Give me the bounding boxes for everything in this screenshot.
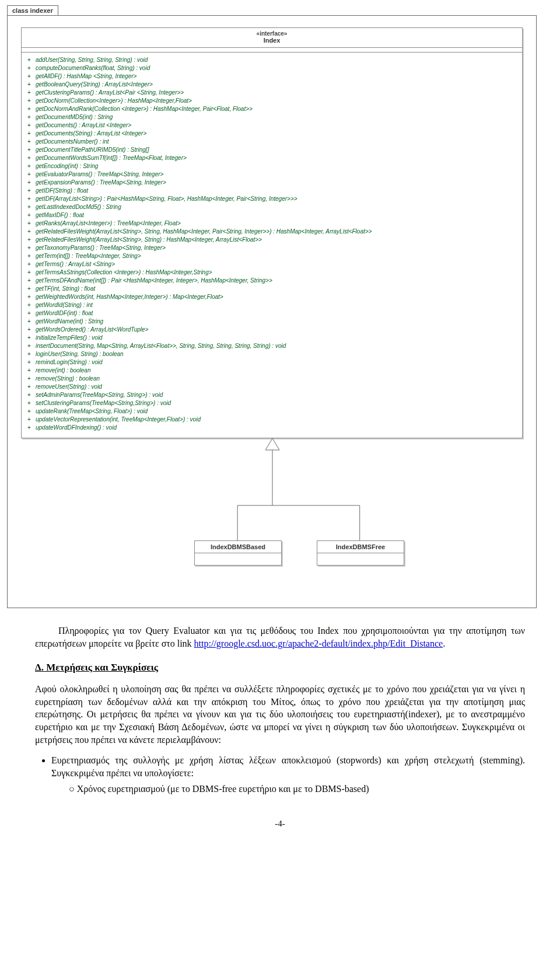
operation-row: +getDocumentWordsSumTf(int[]) : TreeMap<… <box>27 154 516 162</box>
operation-row: +getDocumentTitlePathURIMD5(int) : Strin… <box>27 146 516 154</box>
page-number: -4- <box>0 819 560 829</box>
operation-row: +getTaxonomyParams() : TreeMap<String, I… <box>27 244 516 252</box>
list-item: Ευρετηριασμός της συλλογής με χρήση λίστ… <box>51 754 525 795</box>
operation-row: +getClusteringParams() : ArrayList<Pair … <box>27 89 516 97</box>
stereotype-label: «interface» <box>22 30 522 37</box>
operation-row: +getWeightedWords(int, HashMap<Integer,I… <box>27 293 516 301</box>
operation-row: +getIDF(ArrayList<String>) : Pair<HashMa… <box>27 195 516 203</box>
operation-row: +getWordName(int) : String <box>27 317 516 326</box>
operation-row: +getIDF(String) : float <box>27 187 516 195</box>
operation-row: +getWordsOrdered() : ArrayList<WordTuple… <box>27 326 516 334</box>
operation-row: +initializeTempFiles() : void <box>27 334 516 342</box>
operation-row: +getRelatedFilesWeight(ArrayList<String>… <box>27 236 516 244</box>
operation-row: +getDocuments() : ArrayList <Integer> <box>27 121 516 130</box>
interface-index-box: «interface» Index +addUser(String, Strin… <box>21 27 523 438</box>
operations-compartment: +addUser(String, String, String, String)… <box>22 53 522 438</box>
svg-marker-0 <box>265 438 279 450</box>
class-name-label: IndexDBMSBased <box>195 541 281 553</box>
operation-row: +updateRank(TreeMap<String, Float>) : vo… <box>27 407 516 416</box>
paragraph-text: Αφού ολοκληρωθεί η υλοποίηση σας θα πρέπ… <box>35 683 525 746</box>
operation-row: +remove(String) : boolean <box>27 375 516 383</box>
class-name-label: IndexDBMSFree <box>317 541 404 553</box>
operation-row: +loginUser(String, String) : boolean <box>27 350 516 358</box>
operation-row: +getTF(int, String) : float <box>27 285 516 293</box>
edit-distance-link[interactable]: http://groogle.csd.uoc.gr/apache2-defaul… <box>194 638 443 648</box>
operation-row: +remove(int) : boolean <box>27 367 516 375</box>
uml-class-diagram: class indexer «interface» Index +addUser… <box>7 5 560 608</box>
attributes-compartment <box>22 48 522 53</box>
body-text: Πληροφορίες για τον Query Evaluator και … <box>35 624 525 795</box>
operation-row: +getDocNorm(Collection<Integer>) : HashM… <box>27 97 516 105</box>
operation-row: +getEncoding(int) : String <box>27 162 516 170</box>
operation-row: +setClusteringParams(TreeMap<String,Stri… <box>27 399 516 407</box>
operation-row: +computeDocumentRanks(float, String) : v… <box>27 64 516 72</box>
subclass-area: IndexDBMSBased IndexDBMSFree <box>8 438 536 590</box>
operation-row: +getDocumentsNumber() : int <box>27 138 516 146</box>
operation-row: +updateWordDFIndexing() : void <box>27 424 516 432</box>
operation-row: +getBooleanQuery(String) : ArrayList<Int… <box>27 81 516 89</box>
operation-row: +remindLogin(String) : void <box>27 358 516 367</box>
class-indexdbmsbased-box: IndexDBMSBased <box>194 540 282 566</box>
operation-row: +getTerms() : ArrayList <String> <box>27 260 516 268</box>
operation-row: +addUser(String, String, String, String)… <box>27 56 516 64</box>
operation-row: +setAdminParams(TreeMap<String, String>)… <box>27 391 516 399</box>
operation-row: +getMaxIDF() : float <box>27 211 516 219</box>
operation-row: +insertDocument(String, Map<String, Arra… <box>27 342 516 350</box>
operation-row: +getDocNormAndRank(Collection <Integer>)… <box>27 105 516 113</box>
operation-row: +getDocumentMD5(int) : String <box>27 113 516 121</box>
operation-row: +getLastIndexedDocMd5() : String <box>27 203 516 211</box>
package-tab: class indexer <box>7 5 58 15</box>
section-d-heading: Δ. Μετρήσεις και Συγκρίσεις <box>35 661 525 675</box>
operation-row: +updateVectorRepresentation(int, TreeMap… <box>27 416 516 424</box>
operation-row: +getTermsAsStrings(Collection <Integer>)… <box>27 268 516 277</box>
operation-row: +getAllDF() : HashMap <String, Integer> <box>27 72 516 81</box>
class-indexdbmsfree-box: IndexDBMSFree <box>317 540 404 566</box>
operation-row: +getWordId(String) : int <box>27 301 516 309</box>
list-item: Χρόνος ευρετηριασμού (με το DBMS-free ευ… <box>69 783 525 795</box>
operation-row: +getExpansionParams() : TreeMap<String, … <box>27 179 516 187</box>
operation-row: +removeUser(String) : void <box>27 383 516 391</box>
operation-row: +getDocuments(String) : ArrayList <Integ… <box>27 130 516 138</box>
operation-row: +getTermsDFAndName(int[]) : Pair <HashMa… <box>27 277 516 285</box>
operation-row: +getRelatedFilesWeight(ArrayList<String>… <box>27 228 516 236</box>
class-name-label: Index <box>22 37 522 44</box>
operation-row: +getEvaluatorParams() : TreeMap<String, … <box>27 170 516 179</box>
operation-row: +getTerm(int[]) : TreeMap<Integer, Strin… <box>27 252 516 260</box>
operation-row: +getRanks(ArrayList<Integer>) : TreeMap<… <box>27 219 516 228</box>
operation-row: +getWordIDF(int) : float <box>27 309 516 317</box>
package-frame: «interface» Index +addUser(String, Strin… <box>7 15 537 608</box>
